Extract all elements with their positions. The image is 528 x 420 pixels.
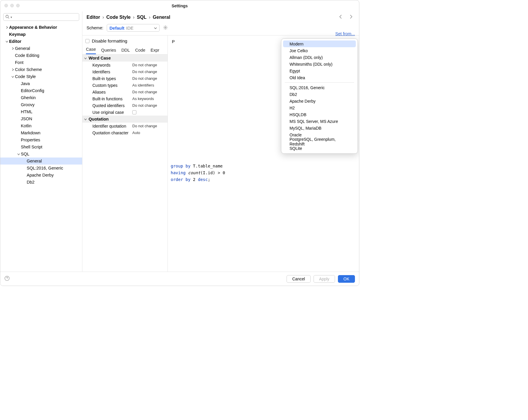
tree-item[interactable]: Font	[0, 59, 82, 66]
popup-item[interactable]: SQL:2016, Generic	[283, 84, 356, 91]
prop-value[interactable]: Do not change	[132, 103, 167, 108]
prop-value[interactable]: As keywords	[132, 96, 167, 101]
scheme-select[interactable]: Default IDE	[107, 24, 160, 32]
popup-separator	[285, 82, 354, 83]
tab-expr[interactable]: Expr	[150, 48, 159, 54]
prop-value[interactable]: Auto	[132, 131, 167, 135]
tree-item[interactable]: Gherkin	[0, 94, 82, 101]
popup-item[interactable]: MySQL, MariaDB	[283, 125, 356, 131]
prop-value[interactable]: Do not change	[132, 90, 167, 94]
prop-row[interactable]: AliasesDo not change	[82, 89, 167, 95]
tree-item[interactable]: Editor	[0, 38, 82, 45]
section-header[interactable]: Quotation	[82, 116, 167, 123]
popup-item[interactable]: Apache Derby	[283, 98, 356, 104]
tree-item-label: Code Editing	[15, 53, 39, 58]
tree-item-label: Groovy	[21, 102, 35, 107]
zoom-dot[interactable]	[16, 4, 20, 7]
tree-item-label: EditorConfig	[21, 88, 44, 93]
tree-item[interactable]: EditorConfig	[0, 87, 82, 94]
search-input[interactable]: ▾	[3, 13, 79, 21]
popup-item[interactable]: HSQLDB	[283, 111, 356, 118]
properties-panel[interactable]: Word CaseKeywordsDo not changeIdentifier…	[82, 55, 167, 136]
tree-item[interactable]: Properties	[0, 136, 82, 143]
close-dot[interactable]	[4, 4, 8, 7]
tree-item[interactable]: JSON	[0, 115, 82, 122]
prop-value[interactable]: As identifiers	[132, 83, 167, 87]
apply-button[interactable]: Apply	[314, 275, 335, 283]
search-icon	[5, 15, 9, 20]
forward-icon[interactable]	[348, 14, 353, 20]
prop-value[interactable]: Do not change	[132, 63, 167, 67]
popup-item[interactable]: Whitesmiths (DDL only)	[283, 61, 356, 67]
prop-row[interactable]: Custom typesAs identifiers	[82, 82, 167, 89]
tabs[interactable]: CaseQueriesDDLCodeExpr	[82, 46, 167, 55]
popup-item[interactable]: Modern	[283, 40, 356, 47]
popup-item[interactable]: Joe Celko	[283, 47, 356, 54]
tree-item[interactable]: Db2	[0, 179, 82, 186]
chevron-down-icon[interactable]	[10, 75, 15, 78]
tree-item[interactable]: Shell Script	[0, 143, 82, 150]
prop-row[interactable]: KeywordsDo not change	[82, 62, 167, 68]
tree-item[interactable]: Keymap	[0, 31, 82, 38]
popup-item[interactable]: Db2	[283, 91, 356, 98]
popup-item[interactable]: MS SQL Server, MS Azure	[283, 118, 356, 125]
tree-item[interactable]: SQL:2016, Generic	[0, 165, 82, 172]
tree-item[interactable]: Apache Derby	[0, 172, 82, 179]
tab-ddl[interactable]: DDL	[121, 48, 130, 54]
back-icon[interactable]	[339, 14, 343, 20]
minimize-dot[interactable]	[10, 4, 14, 7]
chevron-down-icon[interactable]	[4, 40, 9, 43]
chevron-right-icon[interactable]	[10, 68, 15, 71]
chevron-down-icon[interactable]	[16, 153, 21, 155]
prop-row[interactable]: Built-in functionsAs keywords	[82, 95, 167, 102]
popup-item[interactable]: Egypt	[283, 67, 356, 74]
tree-item[interactable]: General	[0, 158, 82, 165]
help-icon[interactable]	[4, 276, 10, 282]
tree-item[interactable]: SQL	[0, 150, 82, 158]
prop-row[interactable]: Use original case	[82, 109, 167, 116]
set-from-popup[interactable]: ModernJoe CelkoAllman (DDL only)Whitesmi…	[281, 38, 358, 154]
prop-value[interactable]: Do not change	[132, 76, 167, 81]
tab-code[interactable]: Code	[135, 48, 145, 54]
tree-item[interactable]: General	[0, 45, 82, 52]
tab-queries[interactable]: Queries	[101, 48, 116, 54]
tree-item-label: Gherkin	[21, 95, 36, 100]
popup-item[interactable]: H2	[283, 104, 356, 111]
prop-row[interactable]: Quoted identifiersDo not change	[82, 102, 167, 109]
tree-item[interactable]: Code Style	[0, 73, 82, 80]
prop-row[interactable]: Built-in typesDo not change	[82, 75, 167, 82]
chevron-right-icon[interactable]	[10, 47, 15, 50]
settings-tree[interactable]: Appearance & BehaviorKeymapEditorGeneral…	[0, 23, 82, 272]
tree-item-label: JSON	[21, 116, 32, 121]
prop-checkbox[interactable]	[132, 110, 136, 114]
tree-item[interactable]: Kotlin	[0, 122, 82, 129]
popup-item[interactable]: PostgreSQL, Greenplum, Redshift	[283, 138, 356, 145]
prop-row[interactable]: Identifier quotationDo not change	[82, 123, 167, 129]
section-header[interactable]: Word Case	[82, 55, 167, 62]
breadcrumb: Editor›Code Style›SQL›General	[87, 15, 170, 20]
tree-item[interactable]: Appearance & Behavior	[0, 24, 82, 31]
popup-item[interactable]: Old Idea	[283, 74, 356, 81]
tree-item[interactable]: Color Scheme	[0, 66, 82, 73]
cancel-button[interactable]: Cancel	[287, 275, 311, 283]
tree-item[interactable]: Groovy	[0, 101, 82, 108]
window-traffic-lights[interactable]	[4, 4, 20, 7]
tree-item[interactable]: Java	[0, 80, 82, 87]
tree-item[interactable]: Code Editing	[0, 52, 82, 59]
ok-button[interactable]: OK	[338, 275, 355, 283]
prop-row[interactable]: IdentifiersDo not change	[82, 68, 167, 75]
tree-item[interactable]: Markdown	[0, 129, 82, 136]
tab-case[interactable]: Case	[86, 47, 96, 54]
gear-icon[interactable]	[163, 25, 168, 31]
svg-point-1	[165, 27, 166, 28]
chevron-right-icon[interactable]	[4, 26, 9, 29]
prop-row[interactable]: Quotation characterAuto	[82, 129, 167, 136]
tree-item[interactable]: HTML	[0, 108, 82, 115]
tree-item-label: Properties	[21, 138, 40, 142]
svg-point-0	[6, 15, 9, 18]
prop-value[interactable]: Do not change	[132, 70, 167, 74]
prop-value[interactable]: Do not change	[132, 124, 167, 128]
disable-formatting-checkbox[interactable]	[85, 39, 89, 43]
search-field[interactable]	[13, 15, 77, 20]
popup-item[interactable]: Allman (DDL only)	[283, 54, 356, 61]
